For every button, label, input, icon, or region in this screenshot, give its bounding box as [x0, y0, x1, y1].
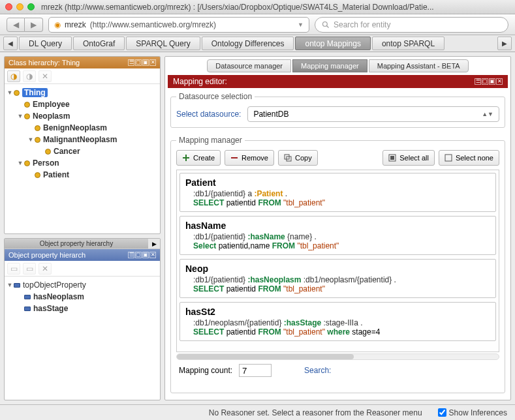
- tree-item-hasneoplasm[interactable]: hasNeoplasm: [6, 291, 159, 303]
- tree-item-patient[interactable]: Patient: [6, 169, 159, 181]
- create-mapping-button[interactable]: Create: [176, 150, 221, 166]
- search-icon: [322, 21, 330, 29]
- select-arrows-icon: ▲▼: [482, 111, 493, 117]
- mapping-panel: Datasource manager Mapping manager Mappi…: [164, 56, 511, 400]
- scrollbar-thumb[interactable]: [177, 354, 354, 359]
- entity-iri-bar[interactable]: ◉ mrezk (http://www.semanticweb.org/mrez…: [48, 17, 309, 33]
- tab-ontop-sparql[interactable]: ontop SPARQL: [372, 37, 445, 50]
- tab-scroll-right-button[interactable]: ▶: [497, 37, 512, 50]
- tab-mapping-manager[interactable]: Mapping manager: [292, 59, 367, 72]
- mapping-card[interactable]: Neop:db1/{patientid} :hasNeoplasm :db1/n…: [179, 259, 496, 298]
- mapping-triple: :db1/neoplasm/{patientid} :hasStage :sta…: [193, 318, 490, 327]
- reasoner-status-message: No Reasoner set. Select a reasoner from …: [8, 408, 429, 417]
- plus-icon: [182, 154, 190, 162]
- remove-mapping-button[interactable]: Remove: [225, 150, 274, 166]
- mapping-search-label: Search:: [304, 366, 331, 375]
- mapping-sql: SELECT patientid FROM "tbl_patient" wher…: [193, 327, 490, 337]
- minus-icon: [230, 154, 238, 162]
- mapping-card[interactable]: hasName:db1/{patientid} :hasName {name} …: [179, 216, 496, 255]
- entity-url: (http://www.semanticweb.org/mrezk): [90, 20, 294, 29]
- svg-rect-6: [445, 155, 452, 161]
- globe-icon: ◉: [54, 20, 61, 29]
- copy-mapping-button[interactable]: Copy: [278, 150, 318, 166]
- mapping-sql: Select patientid,name FROM "tbl_patient": [193, 241, 490, 250]
- search-placeholder: Search for entity: [334, 20, 390, 29]
- object-property-title: Object property hierarch: [8, 251, 86, 259]
- copy-icon: [284, 154, 292, 162]
- window-title: mrezk (http://www.semanticweb.org/mrezk)…: [41, 3, 510, 12]
- mapping-sql: SELECT patientid FROM "tbl_patient": [193, 284, 490, 293]
- tab-mapping-assistant[interactable]: Mapping Assistant - BETA: [369, 59, 469, 72]
- select-all-icon: [388, 154, 396, 162]
- class-hierarchy-toolbar: ◑ ◑ ✕: [5, 68, 160, 84]
- tree-item-benignneoplasm[interactable]: BenignNeoplasm: [6, 122, 159, 134]
- mapping-subtabs: Datasource manager Mapping manager Mappi…: [169, 59, 507, 72]
- tree-item-cancer[interactable]: Cancer: [6, 145, 159, 157]
- mapping-manager-fieldset: Mapping manager Create Remove Copy Se: [170, 136, 505, 393]
- nav-forward-button[interactable]: ▶: [25, 18, 43, 32]
- object-property-tree[interactable]: ▼topObjectProperty hasNeoplasm hasStage: [5, 277, 160, 400]
- tab-dl-query[interactable]: DL Query: [19, 37, 72, 50]
- mapping-triple: :db1/{patientid} a :Patient .: [193, 189, 490, 198]
- add-subclass-button[interactable]: ◑: [7, 70, 20, 82]
- tab-ontograf[interactable]: OntoGraf: [73, 37, 125, 50]
- mapping-bottom-row: Mapping count: Search:: [176, 360, 499, 381]
- tree-item-neoplasm[interactable]: ▼Neoplasm: [6, 110, 159, 122]
- mapping-title: hasName: [185, 220, 490, 231]
- tab-scroll-left-button[interactable]: ◀: [3, 37, 18, 50]
- panel-window-controls[interactable]: ☰▢▣✕: [128, 59, 156, 66]
- mapping-list[interactable]: Patient:db1/{patientid} a :Patient .SELE…: [176, 170, 499, 352]
- mapping-title: Patient: [185, 177, 490, 188]
- class-hierarchy-panel: Class hierarchy: Thing ☰▢▣✕ ◑ ◑ ✕ ▼Thing…: [4, 56, 161, 234]
- class-hierarchy-header: Class hierarchy: Thing ☰▢▣✕: [5, 57, 160, 68]
- object-property-tab[interactable]: Object property hierarchy: [5, 239, 148, 248]
- mapping-card[interactable]: hasSt2:db1/neoplasm/{patientid} :hasStag…: [179, 302, 496, 341]
- panel-window-controls[interactable]: ☰▢▣✕: [128, 252, 156, 258]
- tab-ontop-mappings[interactable]: ontop Mappings: [295, 37, 370, 50]
- search-entity-input[interactable]: Search for entity: [315, 17, 508, 33]
- delete-class-button: ✕: [39, 70, 52, 82]
- traffic-lights: [5, 3, 35, 10]
- tab-ontology-differences[interactable]: Ontology Differences: [202, 37, 294, 50]
- tree-item-employee[interactable]: Employee: [6, 98, 159, 110]
- select-all-button[interactable]: Select all: [382, 150, 435, 166]
- horizontal-scrollbar[interactable]: [176, 353, 499, 360]
- datasource-label: Select datasource:: [176, 110, 241, 119]
- object-property-panel: Object property hierarchy ▶ Object prope…: [4, 238, 161, 400]
- show-inferences-checkbox[interactable]: Show Inferences: [438, 408, 507, 417]
- window-titlebar: mrezk (http://www.semanticweb.org/mrezk)…: [0, 0, 515, 14]
- add-subproperty-button: ▭: [7, 263, 20, 275]
- zoom-window-icon[interactable]: [27, 3, 35, 10]
- main-toolbar: ◀ ▶ ◉ mrezk (http://www.semanticweb.org/…: [0, 14, 515, 35]
- datasource-select[interactable]: PatientDB ▲▼: [247, 106, 499, 122]
- tree-item-malignantneoplasm[interactable]: ▼MalignantNeoplasm: [6, 134, 159, 145]
- mapping-count-input[interactable]: [239, 364, 272, 377]
- tree-item-person[interactable]: ▼Person: [6, 157, 159, 169]
- tab-datasource-manager[interactable]: Datasource manager: [207, 59, 291, 72]
- entity-host: mrezk: [65, 20, 86, 29]
- main-tabs: ◀ DL QueryOntoGrafSPARQL QueryOntology D…: [0, 35, 515, 52]
- mapping-card[interactable]: Patient:db1/{patientid} a :Patient .SELE…: [179, 173, 496, 212]
- tree-item-topobjectproperty[interactable]: ▼topObjectProperty: [6, 279, 159, 291]
- class-tree[interactable]: ▼Thing Employee ▼Neoplasm BenignNeoplasm…: [5, 84, 160, 233]
- show-inferences-input[interactable]: [438, 408, 446, 417]
- close-window-icon[interactable]: [5, 3, 12, 10]
- tree-item-hasstage[interactable]: hasStage: [6, 303, 159, 314]
- tab-sparql-query[interactable]: SPARQL Query: [126, 37, 200, 50]
- nav-back-button[interactable]: ◀: [7, 18, 25, 32]
- tree-item-thing[interactable]: ▼Thing: [6, 87, 159, 98]
- mapping-editor-title: Mapping editor:: [173, 77, 227, 86]
- dropdown-icon[interactable]: ▼: [298, 22, 304, 28]
- minimize-window-icon[interactable]: [16, 3, 23, 10]
- object-property-tabrow: Object property hierarchy ▶: [5, 239, 160, 249]
- datasource-legend: Datasource selection: [176, 92, 255, 101]
- select-none-button[interactable]: Select none: [439, 150, 499, 166]
- mapping-count-label: Mapping count:: [179, 366, 232, 375]
- select-none-icon: [445, 154, 452, 162]
- add-sibling-property-button: ▭: [23, 263, 36, 275]
- status-bar: No Reasoner set. Select a reasoner from …: [0, 404, 515, 420]
- object-property-tab-more[interactable]: ▶: [148, 241, 160, 247]
- panel-window-controls[interactable]: ☰▢▣✕: [475, 78, 503, 85]
- svg-line-1: [327, 25, 329, 27]
- mapping-manager-legend: Mapping manager: [176, 136, 245, 145]
